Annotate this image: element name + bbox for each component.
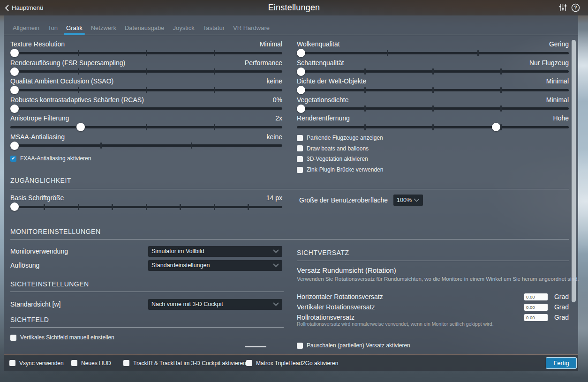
- help-icon[interactable]: ?: [571, 3, 580, 12]
- slider-label: Renderentfernung: [297, 114, 350, 122]
- number-input[interactable]: 0.00: [524, 314, 548, 321]
- checkbox-row[interactable]: ✓ Pauschalen (partiellen) Versatz aktivi…: [297, 342, 410, 349]
- slider-tick: [387, 50, 388, 56]
- checkbox-row[interactable]: ✓ FXAA-Antialiasing aktivieren: [10, 155, 91, 162]
- checkbox-row[interactable]: ✓ Neues HUD: [71, 360, 111, 367]
- checkbox-row[interactable]: ✓ Matrox TripleHead2Go aktivieren: [246, 360, 338, 367]
- checkbox[interactable]: ✓: [297, 135, 303, 141]
- slider-tick: [180, 204, 181, 210]
- slider-track[interactable]: [10, 202, 282, 212]
- slider-row: Renderentfernung Hohe: [297, 114, 569, 133]
- slider-knob[interactable]: [492, 123, 500, 131]
- checkbox-row[interactable]: ✓ Vertikales Sichtfeld manuell einstelle…: [10, 334, 114, 341]
- slider-row: Dichte der Welt-Objekte Minimal: [297, 77, 569, 96]
- checkbox-row[interactable]: ✓ TrackIR & TrackHat im 3-D Cockpit akti…: [123, 360, 246, 367]
- section-fov: SICHTFELD: [10, 316, 49, 323]
- slider-knob[interactable]: [297, 67, 305, 76]
- slider-label: Schattenqualität: [297, 59, 344, 67]
- checkbox-row[interactable]: ✓ Parkende Flugzeuge anzeigen: [297, 133, 383, 143]
- checkbox-row[interactable]: ✓ Zink-Plugin-Brücke verwenden: [297, 165, 383, 175]
- slider-tick: [248, 204, 249, 210]
- checkbox[interactable]: ✓: [71, 360, 77, 366]
- view-offset-description: Verwenden Sie Rotationsversatz für Rundu…: [297, 276, 579, 282]
- tab[interactable]: Datenausgabe: [124, 21, 166, 35]
- partial-input-edge: [245, 346, 266, 347]
- checkbox[interactable]: ✓: [10, 156, 16, 162]
- slider-knob[interactable]: [10, 49, 19, 57]
- section-monitor: MONITOREINSTELLUNGEN: [10, 228, 101, 235]
- slider-value: Minimal: [546, 96, 569, 104]
- checkbox-row[interactable]: ✓ 3D-Vegetation aktivieren: [297, 154, 383, 165]
- slider-label: Robustes kontrastadaptives Schärfen (RCA…: [10, 96, 144, 104]
- slider-knob[interactable]: [76, 123, 85, 131]
- checkbox[interactable]: ✓: [297, 145, 303, 151]
- slider-knob[interactable]: [297, 86, 305, 94]
- view-offset-subheading: Versatz Rundumsicht (Rotation): [297, 266, 396, 274]
- slider-tick: [500, 87, 502, 93]
- slider-knob[interactable]: [297, 105, 305, 113]
- slider-track[interactable]: [297, 67, 569, 77]
- tab[interactable]: Ton: [47, 21, 59, 35]
- number-input[interactable]: 0.00: [524, 293, 548, 300]
- slider-track[interactable]: [297, 104, 569, 114]
- checkbox[interactable]: ✓: [10, 335, 16, 341]
- slider-track-bar: [10, 144, 282, 147]
- render-settings-icon[interactable]: [558, 3, 567, 12]
- tab[interactable]: VR Hardware: [232, 21, 271, 35]
- checkbox[interactable]: ✓: [297, 167, 303, 173]
- slider-track[interactable]: [10, 48, 282, 58]
- slider-label: Dichte der Welt-Objekte: [297, 77, 366, 85]
- slider-track[interactable]: [10, 141, 282, 151]
- slider-knob[interactable]: [10, 202, 19, 211]
- checkbox-row[interactable]: ✓ Draw boats and balloons: [297, 143, 383, 154]
- slider-value: 2x: [275, 114, 282, 122]
- checkbox[interactable]: ✓: [246, 360, 252, 366]
- slider-track[interactable]: [10, 85, 282, 95]
- slider-track[interactable]: [297, 85, 569, 95]
- ui-size-dropdown[interactable]: 100%: [393, 195, 423, 206]
- graphics-right-sliders: Wolkenqualität Gering Schattenqualität N…: [297, 40, 569, 133]
- section-accessibility: ZUGÄNGLICHKEIT: [10, 177, 71, 184]
- slider-tick: [191, 142, 192, 149]
- page-title: Einstellungen: [0, 0, 588, 15]
- dropdown[interactable]: Simulator im Vollbild: [148, 246, 282, 257]
- slider-knob[interactable]: [10, 142, 19, 150]
- number-input[interactable]: 0.00: [524, 304, 548, 311]
- slider-knob[interactable]: [297, 49, 305, 57]
- slider-track[interactable]: [10, 122, 282, 132]
- slider-tick: [146, 124, 147, 130]
- checkbox[interactable]: ✓: [297, 156, 303, 162]
- checkbox[interactable]: ✓: [297, 343, 303, 349]
- slider-row: Texture Resolution Minimal: [10, 40, 282, 59]
- tab[interactable]: Tastatur: [202, 21, 226, 35]
- slider-track[interactable]: [297, 48, 569, 58]
- divider: [10, 327, 284, 328]
- tab[interactable]: Grafik: [65, 21, 83, 35]
- slider-row: Basis Schriftgröße 14 px: [10, 194, 282, 213]
- dropdown-value: 100%: [397, 197, 412, 203]
- dropdown[interactable]: Nach vorne mit 3-D Cockpit: [148, 299, 282, 310]
- slider-knob[interactable]: [10, 86, 19, 94]
- checkbox-label: TrackIR & TrackHat im 3-D Cockpit aktivi…: [133, 360, 246, 367]
- tab[interactable]: Netzwerk: [90, 21, 117, 35]
- svg-text:?: ?: [574, 5, 577, 10]
- slider-label: Texture Resolution: [10, 40, 65, 48]
- ui-size-label: Größe der Benutzeroberfläche: [299, 196, 388, 204]
- dropdown-value: Simulator im Vollbild: [151, 248, 204, 255]
- tab[interactable]: Joystick: [172, 21, 196, 35]
- checkbox[interactable]: ✓: [123, 360, 129, 366]
- offset-unit: Grad: [552, 293, 569, 300]
- checkbox-row[interactable]: ✓ Vsync verwenden: [9, 360, 64, 367]
- checkbox[interactable]: ✓: [9, 360, 15, 366]
- tab[interactable]: Allgemein: [12, 21, 40, 35]
- slider-track[interactable]: [297, 122, 569, 132]
- monitor-select-rows: Monitorverwendung Simulator im Vollbild …: [10, 244, 282, 272]
- slider-track[interactable]: [10, 67, 282, 77]
- slider-knob[interactable]: [10, 67, 19, 76]
- done-button[interactable]: Fertig: [546, 357, 577, 369]
- scrollbar[interactable]: [572, 40, 576, 302]
- slider-track[interactable]: [10, 104, 282, 114]
- slider-tick: [146, 204, 147, 210]
- slider-knob[interactable]: [10, 105, 19, 113]
- dropdown[interactable]: Standardeinstellungen: [148, 260, 282, 271]
